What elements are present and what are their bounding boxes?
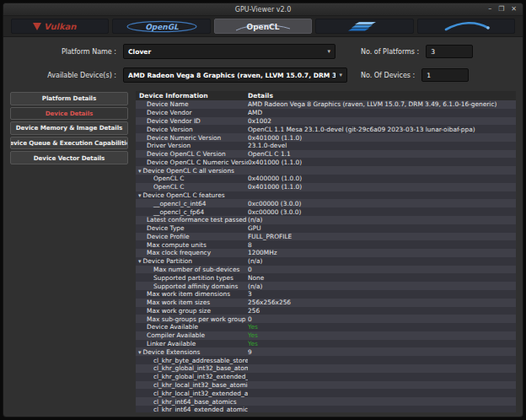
row-info-cell: ▾Device OpenCL C all versions — [136, 167, 248, 175]
table-row[interactable]: cl_khr_local_int32_base_atomics — [136, 381, 516, 390]
device-select-value: AMD Radeon Vega 8 Graphics (raven, LLVM … — [128, 72, 335, 79]
table-row[interactable]: Max work group size256 — [136, 307, 516, 315]
row-details-value: 0x1002 — [248, 117, 516, 125]
platform-select-value: Clover — [128, 48, 324, 56]
row-info-cell: cl_khr_byte_addressable_store — [136, 357, 248, 364]
table-row[interactable]: Supported affinity domains(n/a) — [136, 282, 516, 290]
table-row[interactable]: ▾Device OpenCL C features — [136, 191, 516, 200]
row-info-label: cl_khr_local_int32_base_atomics — [153, 381, 248, 389]
table-row[interactable]: Device NameAMD Radeon Vega 8 Graphics (r… — [136, 100, 516, 109]
row-info-label: Device Version — [147, 126, 193, 133]
table-row[interactable]: Max compute units8 — [136, 240, 516, 249]
row-info-label: OpenCL C — [153, 183, 185, 191]
tab-vdpau[interactable] — [315, 19, 413, 34]
table-row[interactable]: cl_khr_int64_base_atomics — [136, 397, 516, 406]
row-info-label: __opencl_c_int64 — [153, 200, 206, 207]
titlebar[interactable]: GPU-Viewer v2.0 – ❐ ✕ — [3, 3, 523, 16]
table-row[interactable]: Device TypeGPU — [136, 224, 516, 233]
row-details-value: GPU — [248, 224, 516, 232]
table-row[interactable]: Device Vendor ID0x1002 — [136, 117, 516, 126]
tab-vulkan[interactable]: Vulkan — [11, 19, 109, 34]
table-row[interactable]: Max work item sizes256x256x256 — [136, 299, 516, 307]
sidebar-item-device-vector-details[interactable]: Device Vector Details — [10, 151, 128, 164]
row-details-value: 0xc00000 (3.0.0) — [248, 208, 516, 216]
row-info-label: __opencl_c_fp64 — [153, 208, 204, 216]
table-row[interactable]: Device OpenCL C Numeric Version0x401000 … — [136, 158, 516, 166]
row-info-cell: cl_khr_local_int32_extended_atomics — [136, 390, 248, 397]
opencl-logo-icon: OpenCL — [224, 20, 302, 33]
table-row[interactable]: Driver Version23.1.0-devel — [136, 142, 516, 150]
table-row[interactable]: Compiler AvailableYes — [136, 331, 516, 340]
sidebar-item-device-memory-image-details[interactable]: Device Memory & Image Details — [10, 121, 128, 135]
row-details-value: 256x256x256 — [248, 299, 516, 306]
expander-triangle-icon[interactable]: ▾ — [138, 258, 142, 265]
table-row[interactable]: Max work item dimensions3 — [136, 290, 516, 299]
row-info-cell: Device Version — [136, 126, 248, 133]
table-row[interactable]: ▾Device Extensions9 — [136, 347, 516, 356]
platforms-count-label: No. of Platforms : — [361, 48, 419, 56]
table-row[interactable]: __opencl_c_int640xc00000 (3.0.0) — [136, 199, 516, 207]
expander-triangle-icon[interactable]: ▾ — [138, 168, 142, 175]
minimize-icon[interactable]: – — [488, 6, 491, 13]
row-details-value: Yes — [248, 340, 516, 347]
device-select[interactable]: AMD Radeon Vega 8 Graphics (raven, LLVM … — [123, 67, 347, 83]
row-info-label: Max work item dimensions — [147, 290, 230, 298]
maximize-icon[interactable]: ❐ — [498, 6, 504, 13]
table-row[interactable]: Max number of sub-devices0 — [136, 266, 516, 274]
column-header-details: Details — [248, 92, 516, 100]
row-details-value: None — [248, 274, 516, 282]
row-details-value: Yes — [248, 331, 516, 339]
table-row[interactable]: Linker AvailableYes — [136, 340, 516, 348]
expander-triangle-icon[interactable]: ▾ — [138, 349, 142, 356]
row-info-label: Supported affinity domains — [153, 283, 238, 290]
tab-vaapi[interactable] — [417, 19, 515, 34]
table-row[interactable]: __opencl_c_fp640xc00000 (3.0.0) — [136, 207, 516, 216]
expander-triangle-icon[interactable]: ▾ — [138, 192, 142, 199]
row-details-value: 3 — [248, 290, 516, 298]
table-row[interactable]: Max sub-groups per work group0 — [136, 315, 516, 323]
table-row[interactable]: cl_khr_global_int32_base_atomics — [136, 364, 516, 373]
table-row[interactable]: Latest conformance test passed(n/a) — [136, 216, 516, 224]
table-row[interactable]: ▾Device Partition(n/a) — [136, 257, 516, 266]
table-row[interactable]: OpenCL C0x400000 (1.0.0) — [136, 175, 516, 183]
row-info-cell: cl_khr_local_int32_base_atomics — [136, 381, 248, 389]
table-row[interactable]: Device Numeric Version0x401000 (1.1.0) — [136, 133, 516, 142]
table-row[interactable]: Device AvailableYes — [136, 323, 516, 331]
table-row[interactable]: ▾Device OpenCL C all versions — [136, 166, 516, 175]
row-details-value: 1200MHz — [248, 249, 516, 256]
row-info-cell: ▾Device OpenCL C features — [136, 191, 248, 199]
row-details-value: AMD Radeon Vega 8 Graphics (raven, LLVM … — [248, 100, 516, 108]
table-row[interactable]: cl_khr_global_int32_extended_atomics — [136, 373, 516, 381]
table-row[interactable]: Device ProfileFULL_PROFILE — [136, 233, 516, 241]
row-details-value: OpenCL C 1.1 — [248, 150, 516, 158]
sidebar-item-device-queue-execution-capabilities[interactable]: Device Queue & Execution Capabilities — [10, 137, 128, 150]
table-row[interactable]: OpenCL C0x401000 (1.1.0) — [136, 183, 516, 191]
tab-opencl[interactable]: OpenCL — [214, 19, 312, 34]
tab-opengl[interactable]: OpenGL — [112, 19, 210, 34]
row-info-label: Device Available — [147, 323, 198, 331]
row-info-label: cl_khr_byte_addressable_store — [153, 357, 248, 364]
sidebar-item-platform-details[interactable]: Platform Details — [10, 92, 128, 105]
table-row[interactable]: cl_khr_local_int32_extended_atomics — [136, 389, 516, 397]
table-row[interactable]: Device VendorAMD — [136, 109, 516, 117]
table-row[interactable]: cl_khr_int64_extended_atomics — [136, 406, 516, 412]
table-row[interactable]: Supported partition typesNone — [136, 273, 516, 282]
row-info-label: Device Name — [147, 100, 188, 108]
row-details-value: 0x400000 (1.0.0) — [248, 175, 516, 182]
row-details-value: 0x401000 (1.1.0) — [248, 159, 516, 166]
table-row[interactable]: cl_khr_byte_addressable_store — [136, 356, 516, 364]
row-info-label: Linker Available — [147, 340, 196, 347]
row-info-cell: Max sub-groups per work group — [136, 315, 248, 323]
sidebar-item-device-details[interactable]: Device Details — [10, 107, 128, 121]
svg-text:Vulkan: Vulkan — [44, 22, 77, 31]
row-info-label: Max clock frequency — [147, 249, 211, 256]
row-info-cell: Device OpenCL C Version — [136, 150, 248, 158]
close-icon[interactable]: ✕ — [511, 6, 517, 13]
table-row[interactable]: Device VersionOpenCL 1.1 Mesa 23.1.0-dev… — [136, 125, 516, 133]
tab-strip: Vulkan OpenGL OpenCL — [3, 16, 523, 37]
opengl-logo-icon: OpenGL — [123, 20, 201, 33]
table-row[interactable]: Device OpenCL C VersionOpenCL C 1.1 — [136, 150, 516, 159]
platform-select[interactable]: Clover ▾ — [123, 44, 335, 59]
device-table-body: Device NameAMD Radeon Vega 8 Graphics (r… — [136, 100, 516, 412]
table-row[interactable]: Max clock frequency1200MHz — [136, 249, 516, 257]
